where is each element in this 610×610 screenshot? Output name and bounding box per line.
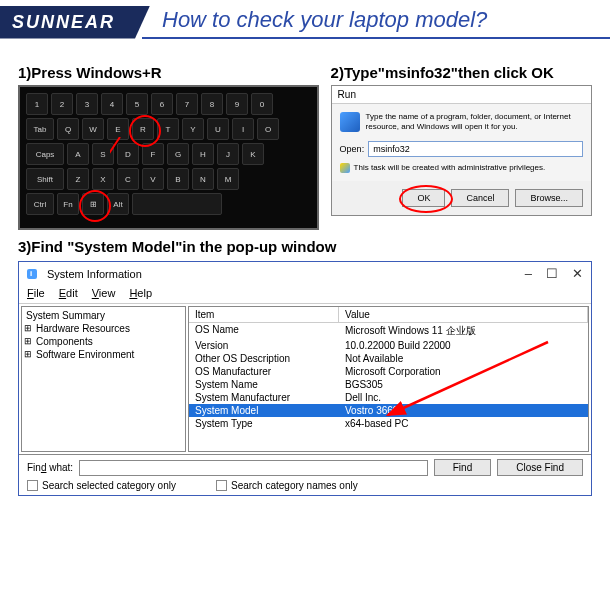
keyboard-arrow	[110, 137, 190, 217]
chk2-label: Search category names only	[231, 480, 358, 491]
chk1-label: Search selected category only	[42, 480, 176, 491]
step1-label: 1)Press Windows+R	[18, 64, 319, 81]
find-input[interactable]	[79, 460, 428, 476]
privilege-text: This task will be created with administr…	[354, 163, 546, 172]
tree-item[interactable]: Software Environment	[24, 348, 183, 361]
menu-bar: File Edit View Help	[19, 285, 591, 304]
search-category-checkbox[interactable]	[27, 480, 38, 491]
menu-help[interactable]: Help	[129, 287, 152, 299]
sysinfo-icon	[27, 267, 41, 281]
grid-row[interactable]: System Typex64-based PC	[189, 417, 588, 430]
tree-panel[interactable]: System Summary Hardware Resources Compon…	[21, 306, 186, 452]
details-grid[interactable]: Item Value OS NameMicrosoft Windows 11 企…	[188, 306, 589, 452]
menu-edit[interactable]: Edit	[59, 287, 78, 299]
grid-row[interactable]: System ModelVostro 3669	[189, 404, 588, 417]
step3-label: 3)Find "System Model"in the pop-up windo…	[0, 238, 610, 261]
browse-button[interactable]: Browse...	[515, 189, 583, 207]
tree-item[interactable]: Components	[24, 335, 183, 348]
col-value[interactable]: Value	[339, 307, 588, 322]
window-title: System Information	[47, 268, 142, 280]
col-item[interactable]: Item	[189, 307, 339, 322]
minimize-button[interactable]: –	[525, 266, 532, 281]
windows-key: ⊞	[82, 193, 104, 215]
search-names-checkbox[interactable]	[216, 480, 227, 491]
brand-badge: SUNNEAR	[0, 6, 150, 39]
run-title: Run	[332, 86, 591, 104]
keyboard-image: 1234567890 TabQWERTYUIO CapsASDFGHJK Shi…	[18, 85, 319, 230]
open-input[interactable]	[368, 141, 583, 157]
menu-view[interactable]: View	[92, 287, 116, 299]
grid-row[interactable]: Other OS DescriptionNot Available	[189, 352, 588, 365]
grid-row[interactable]: OS ManufacturerMicrosoft Corporation	[189, 365, 588, 378]
close-button[interactable]: ✕	[572, 266, 583, 281]
maximize-button[interactable]: ☐	[546, 266, 558, 281]
find-button[interactable]: Find	[434, 459, 491, 476]
grid-row[interactable]: OS NameMicrosoft Windows 11 企业版	[189, 323, 588, 339]
find-label: Find what:	[27, 462, 73, 473]
shield-icon	[340, 163, 350, 173]
grid-row[interactable]: System ManufacturerDell Inc.	[189, 391, 588, 404]
page-title: How to check your laptop model?	[142, 5, 610, 39]
run-description: Type the name of a program, folder, docu…	[366, 112, 583, 133]
open-label: Open:	[340, 144, 365, 154]
svg-line-0	[110, 137, 120, 197]
tree-root[interactable]: System Summary	[24, 309, 183, 322]
cancel-button[interactable]: Cancel	[451, 189, 509, 207]
grid-row[interactable]: Version10.0.22000 Build 22000	[189, 339, 588, 352]
menu-file[interactable]: File	[27, 287, 45, 299]
ok-button[interactable]: OK	[402, 189, 445, 207]
grid-row[interactable]: System NameBGS305	[189, 378, 588, 391]
run-icon	[340, 112, 360, 132]
step2-label: 2)Type"msinfo32"then click OK	[331, 64, 592, 81]
system-information-window: System Information – ☐ ✕ File Edit View …	[18, 261, 592, 496]
tree-item[interactable]: Hardware Resources	[24, 322, 183, 335]
close-find-button[interactable]: Close Find	[497, 459, 583, 476]
run-dialog: Run Type the name of a program, folder, …	[331, 85, 592, 216]
